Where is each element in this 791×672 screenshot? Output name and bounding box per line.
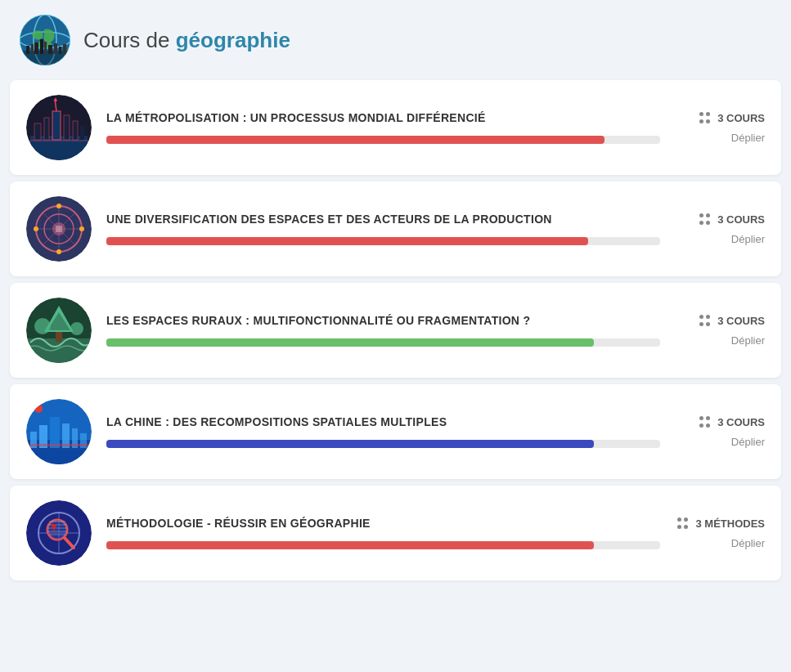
progress-bar-fill-ruraux (106, 338, 594, 347)
course-content-methodologie: MÉTHODOLOGIE - RÉUSSIR EN GÉOGRAPHIE (106, 517, 660, 549)
progress-bar-bg-ruraux (106, 338, 660, 347)
svg-rect-49 (50, 417, 60, 448)
dots-icon-diversification (699, 213, 712, 226)
course-content-metropolisation: LA MÉTROPOLISATION : UN PROCESSUS MONDIA… (106, 111, 660, 144)
svg-point-34 (79, 226, 84, 231)
svg-rect-37 (56, 226, 62, 232)
deploy-button-ruraux[interactable]: Déplier (731, 334, 765, 347)
course-meta-metropolisation: 3 COURSDéplier (675, 112, 765, 144)
deploy-button-diversification[interactable]: Déplier (731, 233, 765, 245)
deploy-button-metropolisation[interactable]: Déplier (731, 132, 765, 144)
progress-bar-fill-chine (106, 440, 594, 448)
svg-rect-5 (26, 46, 29, 54)
svg-point-68 (52, 524, 56, 529)
course-count-metropolisation: 3 COURS (699, 112, 765, 125)
course-thumb-methodologie (26, 500, 92, 566)
course-card-metropolisation: LA MÉTROPOLISATION : UN PROCESSUS MONDIA… (10, 80, 781, 175)
deploy-button-methodologie[interactable]: Déplier (731, 537, 765, 549)
course-count-chine: 3 COURS (699, 416, 765, 429)
course-thumb-metropolisation (26, 95, 92, 160)
dots-icon-methodologie (677, 517, 690, 531)
svg-rect-7 (34, 43, 38, 54)
course-thumb-diversification (26, 196, 92, 262)
course-card-chine: LA CHINE : DES RECOMPOSITIONS SPATIALES … (10, 384, 781, 479)
svg-rect-42 (56, 332, 62, 342)
svg-rect-13 (63, 44, 66, 54)
svg-point-44 (70, 322, 83, 335)
progress-bar-bg-diversification (106, 237, 660, 245)
svg-point-33 (56, 204, 61, 208)
course-content-chine: LA CHINE : DES RECOMPOSITIONS SPATIALES … (106, 415, 660, 448)
course-meta-chine: 3 COURSDéplier (675, 416, 765, 448)
svg-rect-10 (48, 45, 52, 54)
dots-icon-chine (699, 416, 712, 429)
count-label-metropolisation: 3 COURS (717, 112, 765, 124)
count-label-diversification: 3 COURS (717, 213, 765, 226)
svg-rect-11 (54, 43, 57, 54)
title-bold: géographie (176, 28, 290, 52)
course-meta-diversification: 3 COURSDéplier (675, 213, 765, 245)
svg-rect-16 (34, 123, 41, 140)
svg-rect-20 (73, 121, 78, 140)
dots-icon-metropolisation (699, 112, 712, 125)
page-header: Cours de géographie (0, 0, 791, 80)
progress-bar-fill-diversification (106, 237, 588, 245)
svg-point-36 (34, 226, 38, 231)
course-meta-ruraux: 3 COURSDéplier (675, 315, 765, 347)
svg-rect-12 (59, 47, 61, 54)
deploy-button-chine[interactable]: Déplier (731, 436, 765, 448)
svg-rect-24 (28, 140, 90, 141)
svg-point-35 (56, 249, 61, 254)
course-count-methodologie: 3 MÉTHODES (677, 517, 765, 531)
svg-rect-6 (31, 44, 34, 54)
course-title-diversification: UNE DIVERSIFICATION DES ESPACES ET DES A… (106, 213, 660, 226)
progress-bar-fill-methodologie (106, 541, 594, 549)
svg-rect-21 (80, 126, 84, 140)
course-card-ruraux: LES ESPACES RURAUX : MULTIFONCTIONNALITÉ… (10, 283, 781, 378)
course-count-ruraux: 3 COURS (699, 315, 765, 328)
svg-rect-17 (44, 118, 49, 140)
course-meta-methodologie: 3 MÉTHODESDéplier (675, 517, 765, 549)
svg-rect-19 (64, 115, 70, 140)
course-card-diversification: UNE DIVERSIFICATION DES ESPACES ET DES A… (10, 181, 781, 276)
course-content-diversification: UNE DIVERSIFICATION DES ESPACES ET DES A… (106, 213, 660, 245)
count-label-chine: 3 COURS (717, 416, 765, 428)
course-title-methodologie: MÉTHODOLOGIE - RÉUSSIR EN GÉOGRAPHIE (106, 517, 660, 530)
svg-rect-18 (52, 111, 61, 140)
course-title-chine: LA CHINE : DES RECOMPOSITIONS SPATIALES … (106, 415, 660, 428)
progress-bar-bg-metropolisation (106, 136, 660, 144)
svg-rect-8 (40, 39, 43, 54)
course-thumb-ruraux (26, 298, 92, 363)
course-card-methodologie: MÉTHODOLOGIE - RÉUSSIR EN GÉOGRAPHIE3 MÉ… (10, 486, 781, 580)
svg-point-53 (34, 405, 43, 413)
progress-bar-bg-methodologie (106, 541, 660, 549)
course-content-ruraux: LES ESPACES RURAUX : MULTIFONCTIONNALITÉ… (106, 314, 660, 347)
course-title-metropolisation: LA MÉTROPOLISATION : UN PROCESSUS MONDIA… (106, 111, 660, 124)
course-title-ruraux: LES ESPACES RURAUX : MULTIFONCTIONNALITÉ… (106, 314, 660, 327)
title-plain: Cours de (83, 28, 176, 52)
svg-point-43 (34, 318, 51, 334)
progress-bar-fill-metropolisation (106, 136, 604, 144)
dots-icon-ruraux (699, 315, 712, 328)
svg-rect-55 (26, 444, 92, 446)
course-thumb-chine (26, 399, 92, 464)
course-list: LA MÉTROPOLISATION : UN PROCESSUS MONDIA… (0, 80, 791, 580)
page-title: Cours de géographie (83, 28, 290, 53)
count-label-ruraux: 3 COURS (717, 315, 765, 327)
progress-bar-bg-chine (106, 440, 660, 448)
course-count-diversification: 3 COURS (699, 213, 765, 226)
svg-rect-9 (44, 42, 47, 54)
globe-icon (20, 15, 70, 65)
count-label-methodologie: 3 MÉTHODES (695, 517, 765, 530)
